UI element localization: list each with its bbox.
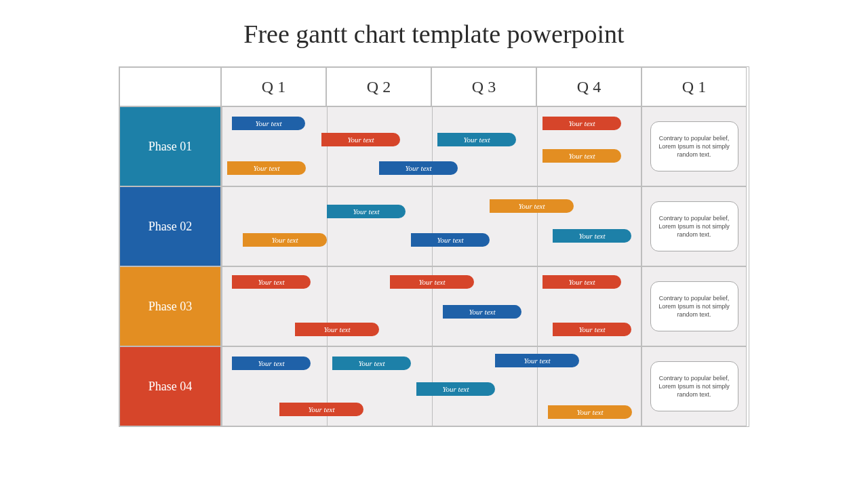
gantt-bar: Your text xyxy=(490,199,574,213)
track-phase-02: Your text Your text Your text Your text … xyxy=(221,186,642,266)
gantt-bar: Your text xyxy=(327,205,406,218)
note-cell: Contrary to popular belief, Lorem Ipsum … xyxy=(642,106,747,186)
gantt-bar: Your text xyxy=(232,275,311,289)
gantt-bar: Your text xyxy=(411,233,490,247)
row-phase-01: Phase 01 Your text Your text Your text Y… xyxy=(119,106,749,186)
header-q3: Q 3 xyxy=(431,67,536,106)
gantt-bar: Your text xyxy=(542,275,621,289)
row-phase-03: Phase 03 Your text Your text Your text Y… xyxy=(119,266,749,346)
phase-label: Phase 04 xyxy=(119,346,221,426)
gantt-bar: Your text xyxy=(279,403,363,416)
gantt-bar: Your text xyxy=(232,117,305,130)
header-q4: Q 4 xyxy=(536,67,642,106)
gantt-bar: Your text xyxy=(332,357,411,370)
gantt-bar: Your text xyxy=(542,117,621,130)
header-q1-next: Q 1 xyxy=(642,67,747,106)
note-cell: Contrary to popular belief, Lorem Ipsum … xyxy=(642,186,747,266)
gantt-bar: Your text xyxy=(443,305,521,319)
gantt-bar: Your text xyxy=(243,233,327,247)
gantt-chart: Q 1 Q 2 Q 3 Q 4 Q 1 Phase 01 Your text Y… xyxy=(119,66,749,427)
note-cell: Contrary to popular belief, Lorem Ipsum … xyxy=(642,346,747,426)
gantt-bar: Your text xyxy=(379,161,458,175)
slide: Free gantt chart template powerpoint Q 1… xyxy=(0,0,868,488)
gantt-bar: Your text xyxy=(227,161,306,175)
gantt-bar: Your text xyxy=(553,229,631,243)
gantt-bar: Your text xyxy=(437,133,516,146)
note-box: Contrary to popular belief, Lorem Ipsum … xyxy=(650,361,738,411)
phase-label: Phase 03 xyxy=(119,266,221,346)
gantt-bar: Your text xyxy=(416,382,495,396)
row-phase-04: Phase 04 Your text Your text Your text Y… xyxy=(119,346,749,426)
gantt-bar: Your text xyxy=(321,133,400,146)
gantt-bar: Your text xyxy=(232,357,311,370)
header-q2: Q 2 xyxy=(326,67,431,106)
header-row: Q 1 Q 2 Q 3 Q 4 Q 1 xyxy=(119,67,749,106)
slide-title: Free gantt chart template powerpoint xyxy=(41,19,827,49)
note-cell: Contrary to popular belief, Lorem Ipsum … xyxy=(642,266,747,346)
gantt-bar: Your text xyxy=(390,275,474,289)
track-phase-03: Your text Your text Your text Your text … xyxy=(221,266,642,346)
phase-label: Phase 01 xyxy=(119,106,221,186)
gantt-bar: Your text xyxy=(495,354,579,367)
gantt-bar: Your text xyxy=(548,405,632,419)
phase-label: Phase 02 xyxy=(119,186,221,266)
header-blank xyxy=(119,67,221,106)
track-phase-04: Your text Your text Your text Your text … xyxy=(221,346,642,426)
row-phase-02: Phase 02 Your text Your text Your text Y… xyxy=(119,186,749,266)
track-phase-01: Your text Your text Your text Your text … xyxy=(221,106,642,186)
gantt-bar: Your text xyxy=(542,149,621,163)
header-q1: Q 1 xyxy=(221,67,326,106)
gantt-bar: Your text xyxy=(553,323,631,336)
gantt-bar: Your text xyxy=(295,323,379,336)
note-box: Contrary to popular belief, Lorem Ipsum … xyxy=(650,121,738,171)
note-box: Contrary to popular belief, Lorem Ipsum … xyxy=(650,281,738,331)
note-box: Contrary to popular belief, Lorem Ipsum … xyxy=(650,201,738,251)
